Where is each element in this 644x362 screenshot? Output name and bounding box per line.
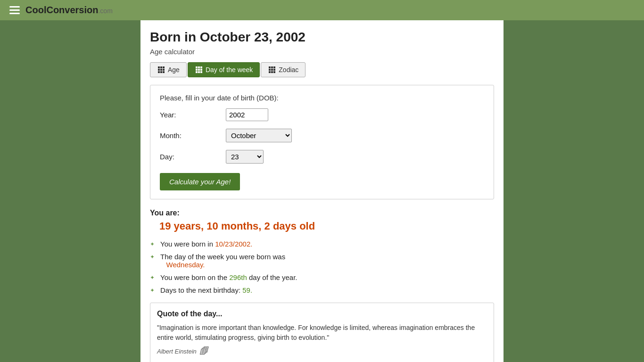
next-birthday-item: Days to the next birthday: 59. (150, 286, 494, 294)
tab-zodiac[interactable]: Zodiac (261, 62, 305, 77)
tab-bar: Age Day of the week Zodiac (150, 62, 494, 77)
quote-title: Quote of the day... (157, 310, 487, 318)
page-subtitle: Age calculator (150, 48, 494, 56)
weekday-item: The day of the week you were born was We… (150, 253, 494, 269)
site-header: CoolConversion.com (0, 0, 644, 20)
calculator-box: Please, fill in your date of birth (DOB)… (150, 85, 494, 199)
age-icon (157, 66, 165, 74)
year-label: Year: (160, 111, 226, 119)
day-of-year-item: You were born on the 296th day of the ye… (150, 273, 494, 281)
zodiac-icon (268, 66, 276, 74)
quote-section: Quote of the day... "Imagination is more… (150, 303, 494, 362)
form-prompt: Please, fill in your date of birth (DOB)… (160, 94, 484, 102)
month-label: Month: (160, 132, 226, 140)
month-row: Month: January February March April May … (160, 129, 484, 142)
copy-icon[interactable]: 🗐 (199, 346, 208, 356)
you-are-label: You are: (150, 209, 494, 217)
tab-day-of-week[interactable]: Day of the week (188, 62, 260, 77)
born-date-item: You were born in 10/23/2002. (150, 240, 494, 248)
calculate-button[interactable]: Calculate your Age! (160, 173, 240, 190)
day-row: Day: 1234 5678 9101112 13141516 17181920… (160, 150, 484, 164)
day-of-week-icon (195, 66, 203, 74)
age-result: 19 years, 10 months, 2 days old (150, 220, 494, 232)
site-logo: CoolConversion.com (25, 5, 113, 16)
result-list: You were born in 10/23/2002. The day of … (150, 240, 494, 294)
results-section: You are: 19 years, 10 months, 2 days old… (150, 209, 494, 294)
day-select[interactable]: 1234 5678 9101112 13141516 17181920 2122… (226, 150, 264, 164)
quote-author: Albert Einstein 🗐 (157, 346, 487, 356)
month-select[interactable]: January February March April May June Ju… (226, 129, 292, 142)
hamburger-menu[interactable] (9, 6, 20, 14)
day-label: Day: (160, 153, 226, 161)
year-row: Year: (160, 108, 484, 121)
page-title: Born in October 23, 2002 (150, 30, 494, 45)
main-content: Born in October 23, 2002 Age calculator … (140, 20, 504, 362)
tab-age[interactable]: Age (150, 62, 187, 77)
year-input[interactable] (226, 108, 268, 121)
quote-text: "Imagination is more important than know… (157, 323, 487, 343)
